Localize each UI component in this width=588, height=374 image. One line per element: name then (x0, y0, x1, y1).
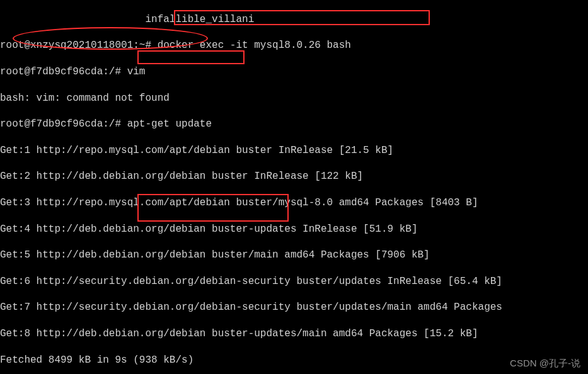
output-line: Get:7 http://security.debian.org/debian-… (0, 301, 588, 314)
output-line: Get:2 http://deb.debian.org/debian buste… (0, 170, 588, 183)
output-line: Fetched 8499 kB in 9s (938 kB/s) (0, 354, 588, 367)
output-line: Get:1 http://repo.mysql.com/apt/debian b… (0, 144, 588, 157)
prompt-line-apt-update: root@f7db9cf96cda:/# apt-get update (0, 118, 588, 131)
prompt-line-vim: root@f7db9cf96cda:/# vim (0, 65, 588, 79)
watermark-text: CSDN @孔子-说 (510, 357, 580, 370)
output-line: Get:5 http://deb.debian.org/debian buste… (0, 249, 588, 262)
output-line-error: bash: vim: command not found (0, 92, 588, 105)
output-line: Get:8 http://deb.debian.org/debian buste… (0, 327, 588, 341)
terminal-output[interactable]: infallible_villani root@xnzysq2021011800… (0, 0, 588, 374)
output-line: Get:4 http://deb.debian.org/debian buste… (0, 223, 588, 236)
prompt-line-docker-exec: root@xnzysq20210118001:~# docker exec -i… (0, 39, 588, 52)
output-line: infallible_villani (0, 13, 588, 26)
output-line: Get:6 http://security.debian.org/debian-… (0, 275, 588, 288)
output-line: Get:3 http://repo.mysql.com/apt/debian b… (0, 196, 588, 210)
